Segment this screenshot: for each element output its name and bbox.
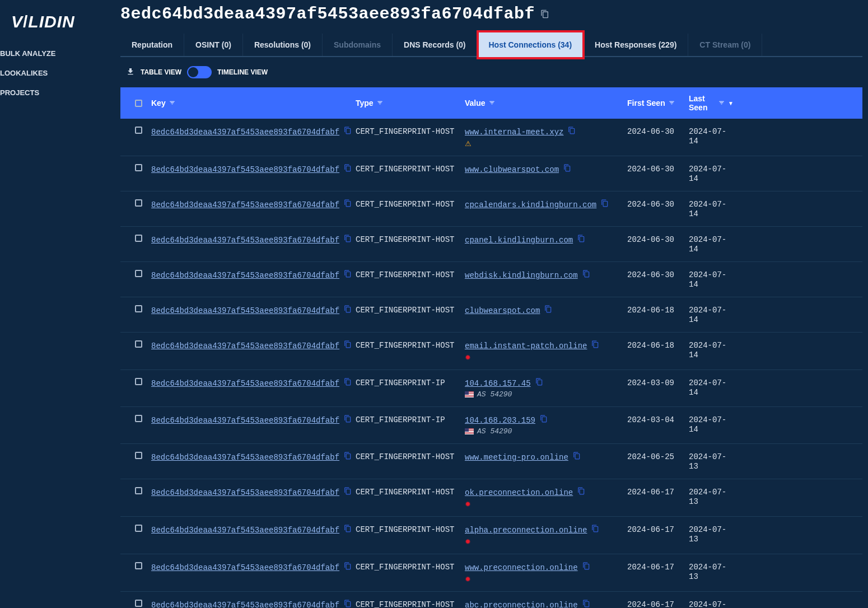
- key-link[interactable]: 8edc64bd3deaa4397af5453aee893fa6704dfabf: [151, 342, 339, 350]
- key-link[interactable]: 8edc64bd3deaa4397af5453aee893fa6704dfabf: [151, 379, 339, 388]
- row-checkbox[interactable]: [135, 415, 142, 422]
- download-icon[interactable]: [126, 67, 135, 78]
- copy-icon[interactable]: [344, 378, 352, 386]
- column-type[interactable]: Type: [356, 99, 465, 107]
- tab[interactable]: DNS Records (0): [393, 34, 477, 56]
- key-link[interactable]: 8edc64bd3deaa4397af5453aee893fa6704dfabf: [151, 563, 339, 572]
- column-first-seen[interactable]: First Seen: [627, 99, 689, 107]
- copy-icon[interactable]: [582, 270, 590, 278]
- value-link[interactable]: www.preconnection.online: [465, 563, 578, 572]
- value-link[interactable]: www.meeting-pro.online: [465, 453, 568, 462]
- tab[interactable]: OSINT (0): [184, 34, 243, 56]
- tab[interactable]: CT Stream (0): [688, 34, 762, 56]
- copy-icon[interactable]: [344, 340, 352, 348]
- filter-icon[interactable]: [169, 99, 175, 107]
- copy-icon[interactable]: [591, 340, 599, 348]
- row-checkbox[interactable]: [135, 452, 142, 459]
- row-checkbox[interactable]: [135, 487, 142, 494]
- row-checkbox[interactable]: [135, 127, 142, 134]
- copy-icon[interactable]: [573, 452, 581, 460]
- copy-icon[interactable]: [535, 378, 543, 386]
- value-link[interactable]: www.internal-meet.xyz: [465, 128, 563, 137]
- value-link[interactable]: 104.168.203.159: [465, 416, 535, 425]
- value-link[interactable]: ok.preconnection.online: [465, 488, 573, 497]
- key-link[interactable]: 8edc64bd3deaa4397af5453aee893fa6704dfabf: [151, 200, 339, 209]
- row-checkbox[interactable]: [135, 340, 142, 348]
- key-link[interactable]: 8edc64bd3deaa4397af5453aee893fa6704dfabf: [151, 453, 339, 462]
- filter-icon[interactable]: [718, 99, 725, 107]
- copy-icon[interactable]: [344, 452, 352, 460]
- key-link[interactable]: 8edc64bd3deaa4397af5453aee893fa6704dfabf: [151, 601, 339, 608]
- key-link[interactable]: 8edc64bd3deaa4397af5453aee893fa6704dfabf: [151, 271, 339, 280]
- sidebar-item[interactable]: BULK ANALYZE: [0, 44, 120, 63]
- value-link[interactable]: alpha.preconnection.online: [465, 526, 587, 535]
- copy-icon[interactable]: [601, 199, 609, 207]
- filter-icon[interactable]: [377, 99, 383, 107]
- row-checkbox[interactable]: [135, 305, 142, 312]
- copy-icon[interactable]: [591, 525, 599, 532]
- filter-icon[interactable]: [669, 99, 675, 107]
- tab[interactable]: Reputation: [120, 34, 184, 56]
- sort-desc-icon[interactable]: ▼: [728, 100, 734, 106]
- copy-icon[interactable]: [344, 415, 352, 423]
- copy-icon[interactable]: [544, 305, 552, 313]
- copy-icon[interactable]: [344, 235, 352, 242]
- row-checkbox[interactable]: [135, 600, 142, 607]
- copy-icon[interactable]: [344, 487, 352, 495]
- malware-icon: ✹: [465, 537, 471, 546]
- key-link[interactable]: 8edc64bd3deaa4397af5453aee893fa6704dfabf: [151, 236, 339, 245]
- copy-icon[interactable]: [344, 562, 352, 570]
- view-toggle-switch[interactable]: [187, 66, 212, 78]
- value-link[interactable]: cpanel.kindlingburn.com: [465, 236, 573, 245]
- key-link[interactable]: 8edc64bd3deaa4397af5453aee893fa6704dfabf: [151, 306, 339, 315]
- row-checkbox[interactable]: [135, 199, 142, 207]
- key-link[interactable]: 8edc64bd3deaa4397af5453aee893fa6704dfabf: [151, 416, 339, 425]
- select-all-checkbox[interactable]: [135, 100, 142, 107]
- value-link[interactable]: clubwearspot.com: [465, 306, 540, 315]
- copy-icon[interactable]: [344, 127, 352, 134]
- tab[interactable]: Host Connections (34): [478, 31, 584, 58]
- copy-icon[interactable]: [582, 562, 590, 570]
- tab[interactable]: Subdomains: [323, 34, 393, 56]
- table-row: 8edc64bd3deaa4397af5453aee893fa6704dfabf…: [120, 407, 862, 444]
- copy-icon[interactable]: [344, 305, 352, 313]
- sidebar-item[interactable]: PROJECTS: [0, 83, 120, 102]
- copy-icon[interactable]: [577, 487, 585, 495]
- copy-icon[interactable]: [563, 164, 571, 172]
- row-checkbox[interactable]: [135, 378, 142, 385]
- value-link[interactable]: email.instant-patch.online: [465, 342, 587, 350]
- value-link[interactable]: 104.168.157.45: [465, 379, 531, 388]
- copy-icon[interactable]: [577, 235, 585, 242]
- row-checkbox[interactable]: [135, 270, 142, 277]
- key-link[interactable]: 8edc64bd3deaa4397af5453aee893fa6704dfabf: [151, 165, 339, 174]
- tab[interactable]: Resolutions (0): [243, 34, 323, 56]
- row-checkbox[interactable]: [135, 235, 142, 242]
- column-key[interactable]: Key: [151, 99, 356, 107]
- row-checkbox[interactable]: [135, 562, 142, 569]
- filter-icon[interactable]: [489, 99, 495, 107]
- row-checkbox[interactable]: [135, 525, 142, 532]
- first-seen: 2024-06-17: [627, 563, 674, 572]
- copy-icon[interactable]: [344, 270, 352, 278]
- key-link[interactable]: 8edc64bd3deaa4397af5453aee893fa6704dfabf: [151, 128, 339, 137]
- value-link[interactable]: cpcalendars.kindlingburn.com: [465, 200, 596, 209]
- key-link[interactable]: 8edc64bd3deaa4397af5453aee893fa6704dfabf: [151, 488, 339, 497]
- copy-icon[interactable]: [344, 164, 352, 172]
- copy-icon[interactable]: [344, 600, 352, 607]
- timeline-view-label: TIMELINE VIEW: [217, 68, 268, 76]
- copy-icon[interactable]: [582, 600, 590, 607]
- tab[interactable]: Host Responses (229): [584, 34, 688, 56]
- copy-icon[interactable]: [344, 525, 352, 532]
- copy-icon[interactable]: [568, 127, 576, 134]
- column-value[interactable]: Value: [465, 99, 627, 107]
- value-link[interactable]: webdisk.kindlingburn.com: [465, 271, 578, 280]
- column-last-seen[interactable]: Last Seen ▼: [689, 94, 734, 112]
- sidebar-item[interactable]: LOOKALIKES: [0, 63, 120, 83]
- copy-icon[interactable]: [344, 199, 352, 207]
- copy-icon[interactable]: [540, 10, 549, 18]
- value-link[interactable]: www.clubwearspot.com: [465, 165, 559, 174]
- row-checkbox[interactable]: [135, 164, 142, 171]
- copy-icon[interactable]: [540, 415, 548, 423]
- key-link[interactable]: 8edc64bd3deaa4397af5453aee893fa6704dfabf: [151, 526, 339, 535]
- value-link[interactable]: abc.preconnection.online: [465, 601, 578, 608]
